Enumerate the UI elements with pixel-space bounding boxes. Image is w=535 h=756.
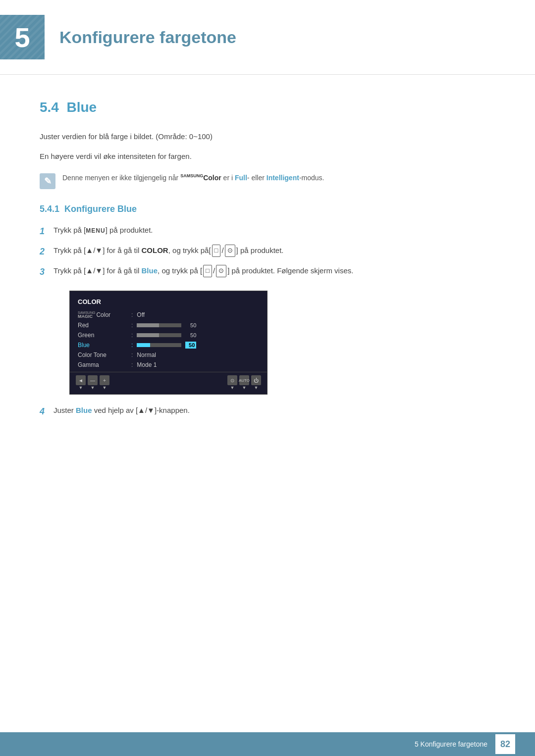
subsection-title: 5.4.1 Konfigurere Blue [40, 204, 495, 214]
osd-btn-minus: — [88, 375, 98, 385]
osd-menu: COLOR SAMSUNG MAGIC Color : Off Red : [69, 291, 268, 395]
step-2: 2 Trykk på [▲/▼] for å gå til COLOR, og … [40, 245, 495, 259]
steps-list-4: 4 Juster Blue ved hjelp av [▲/▼]-knappen… [40, 404, 495, 419]
steps-list: 1 Trykk på [MENU] på produktet. 2 Trykk … [40, 224, 495, 279]
chapter-number-box: 5 [0, 15, 45, 59]
osd-btn-plus: + [100, 375, 109, 385]
osd-row-gamma: Gamma : Mode 1 [70, 360, 267, 370]
note-icon: ✎ [40, 173, 55, 189]
osd-btn-power: ⏻ [251, 375, 261, 385]
page-number: 82 [495, 734, 515, 754]
description-1: Juster verdien for blå farge i bildet. (… [40, 130, 495, 143]
main-content: 5.4 Blue Juster verdien for blå farge i … [0, 75, 535, 470]
monitor-screenshot: COLOR SAMSUNG MAGIC Color : Off Red : [69, 291, 268, 395]
osd-row-green: Green : 50 [70, 330, 267, 340]
note-box: ✎ Denne menyen er ikke tilgjengelig når … [40, 172, 495, 189]
svg-text:✎: ✎ [44, 176, 52, 186]
osd-btn-enter: ⊙ [227, 375, 237, 385]
step-1: 1 Trykk på [MENU] på produktet. [40, 224, 495, 239]
osd-title: COLOR [70, 296, 267, 309]
section-title: 5.4 Blue [40, 100, 495, 115]
osd-btn-auto: AUTO [239, 375, 249, 385]
osd-row-color-tone: Color Tone : Normal [70, 350, 267, 360]
footer-text: 5 Konfigurere fargetone [415, 740, 487, 748]
note-text: Denne menyen er ikke tilgjengelig når SA… [62, 172, 324, 183]
step-4: 4 Juster Blue ved hjelp av [▲/▼]-knappen… [40, 404, 495, 419]
step-3: 3 Trykk på [▲/▼] for å gå til Blue, og t… [40, 265, 495, 279]
osd-btn-left: ◄ [76, 375, 86, 385]
chapter-title: Konfigurere fargetone [59, 28, 236, 47]
osd-row-samsung-magic: SAMSUNG MAGIC Color : Off [70, 309, 267, 320]
chapter-header: 5 Konfigurere fargetone [0, 0, 535, 75]
osd-bottom-bar: ◄ ▼ — ▼ + ▼ ⊙ ▼ [70, 372, 267, 391]
osd-row-blue: Blue : 50 [70, 340, 267, 350]
osd-row-red: Red : 50 [70, 320, 267, 330]
page-footer: 5 Konfigurere fargetone 82 [0, 732, 535, 756]
description-2: En høyere verdi vil øke intensiteten for… [40, 150, 495, 163]
chapter-number: 5 [14, 21, 30, 53]
